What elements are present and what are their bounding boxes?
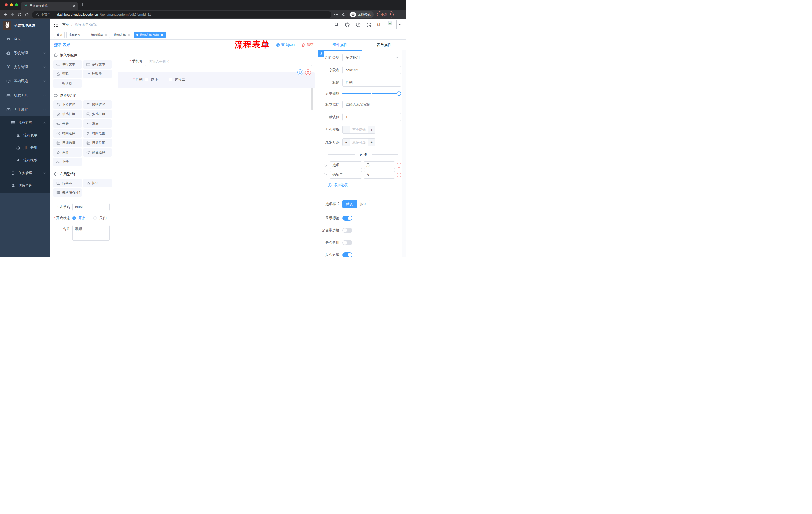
palette-item-color-picker[interactable]: 颜色选择 (83, 148, 112, 157)
palette-item-upload[interactable]: 上传 (53, 158, 82, 166)
tag-process-definition[interactable]: 流程定义 (66, 32, 87, 38)
palette-item-row-container[interactable]: 行容器 (53, 179, 82, 187)
palette-item-counter[interactable]: 123 计数器 (83, 70, 112, 78)
user-avatar[interactable] (387, 20, 401, 29)
address-bar[interactable]: 不安全 dashboard.yudao.iocoder.cn/bpm/manag… (32, 11, 331, 18)
form-name-input[interactable] (72, 203, 110, 211)
palette-item-cascader[interactable]: 级联选择 (83, 100, 112, 109)
style-button-button[interactable]: 按钮 (356, 200, 370, 208)
tag-close-icon[interactable] (82, 34, 85, 36)
field-name-input[interactable] (343, 66, 401, 74)
stepper-decrease-button[interactable]: − (343, 126, 350, 133)
font-size-icon[interactable]: tT (377, 22, 381, 27)
show-label-toggle[interactable] (343, 216, 352, 220)
palette-item-rate[interactable]: 评分 (53, 148, 82, 157)
tag-close-icon[interactable] (105, 34, 108, 36)
breadcrumb-home[interactable]: 首页 (62, 22, 69, 27)
style-default-button[interactable]: 默认 (343, 200, 356, 208)
slider-handle[interactable] (397, 91, 401, 96)
phone-input[interactable] (145, 57, 312, 66)
duplicate-field-button[interactable] (297, 70, 303, 75)
sidebar-item-payment[interactable]: ¥ 支付管理 (0, 60, 50, 74)
palette-item-button[interactable]: 按钮 (83, 179, 112, 187)
tag-home[interactable]: 首页 (54, 32, 64, 38)
sidebar-item-infrastructure[interactable]: 基础设施 (0, 74, 50, 88)
form-grid-slider[interactable] (343, 91, 401, 96)
palette-item-table[interactable]: 表格[开发中] (53, 188, 82, 197)
palette-item-select[interactable]: 下拉选择 (53, 100, 82, 109)
drag-handle-icon[interactable] (324, 173, 328, 177)
max-select-input[interactable] (350, 139, 368, 146)
remove-option-button[interactable] (397, 172, 402, 177)
stepper-decrease-button[interactable]: − (343, 139, 350, 146)
sidebar-item-home[interactable]: 首页 (0, 32, 50, 46)
kebab-menu-icon[interactable] (390, 12, 391, 17)
sidebar-fold-icon[interactable] (54, 23, 59, 27)
tab-close-icon[interactable] (73, 4, 76, 7)
home-icon[interactable] (25, 12, 29, 17)
gender-option-2[interactable]: 选项二 (169, 77, 185, 82)
delete-field-button[interactable] (305, 70, 311, 75)
sidebar-item-process-management[interactable]: 流程管理 (0, 116, 50, 129)
password-key-icon[interactable] (334, 12, 338, 17)
palette-item-slider[interactable]: 滑块 (83, 119, 112, 128)
add-option-button[interactable]: 添加选项 (328, 182, 401, 188)
option-value-input[interactable] (364, 171, 395, 179)
palette-item-time-range[interactable]: 时间范围 (83, 129, 112, 138)
back-icon[interactable] (3, 12, 7, 17)
window-close-button[interactable] (4, 3, 7, 6)
sidebar-item-system[interactable]: 系统管理 (0, 46, 50, 60)
scrollbar-thumb[interactable] (311, 87, 313, 110)
sidebar-item-leave-query[interactable]: 请假查询 (0, 179, 50, 192)
tag-close-icon[interactable] (161, 34, 163, 36)
fullscreen-icon[interactable] (367, 22, 371, 27)
tag-process-model[interactable]: 流程模型 (89, 32, 110, 38)
gender-option-1[interactable]: 选项一 (145, 77, 161, 82)
palette-item-checkbox-group[interactable]: 多选框组 (83, 110, 112, 118)
radio-on-label[interactable]: 开启 (78, 216, 85, 220)
clear-button[interactable]: 清空 (302, 43, 314, 47)
canvas-field-gender-selected[interactable]: 性别 选项一 选项二 (118, 73, 315, 88)
stepper-increase-button[interactable]: + (368, 126, 375, 133)
option-value-input[interactable] (364, 161, 395, 169)
update-button[interactable]: 更新 (377, 11, 394, 18)
sidebar-item-process-form[interactable]: 流程表单 (0, 129, 50, 141)
label-width-input[interactable] (343, 101, 401, 108)
form-remark-textarea[interactable]: 嘿嘿 (72, 225, 110, 241)
palette-item-single-line-text[interactable]: 单行文本 (53, 60, 82, 69)
default-value-input[interactable] (343, 113, 401, 121)
disabled-toggle[interactable] (343, 240, 352, 245)
help-icon[interactable] (356, 22, 360, 27)
palette-item-time-picker[interactable]: 时间选择 (53, 129, 82, 138)
tag-process-form-edit-active[interactable]: 流程表单-编辑 (134, 32, 166, 38)
palette-item-switch[interactable]: 开关 (53, 119, 82, 128)
option-name-input[interactable] (330, 161, 362, 169)
new-tab-button[interactable] (81, 3, 84, 6)
min-select-input[interactable] (350, 126, 368, 133)
tab-component-props[interactable]: 组件属性 (318, 40, 362, 50)
palette-item-date-picker[interactable]: 日期选择 (53, 139, 82, 147)
window-zoom-button[interactable] (15, 3, 18, 6)
component-type-select[interactable]: 多选框组 (343, 54, 401, 61)
palette-item-radio-group[interactable]: 单选框组 (53, 110, 82, 118)
sidebar-item-dev-tools[interactable]: 研发工具 (0, 88, 50, 102)
palette-item-editor[interactable]: 编辑器 (53, 79, 82, 88)
option-name-input[interactable] (330, 171, 362, 179)
canvas-field-phone[interactable]: 手机号 (118, 57, 312, 66)
remove-option-button[interactable] (397, 163, 402, 168)
radio-status-off[interactable] (93, 216, 97, 220)
bookmark-star-icon[interactable] (342, 12, 346, 17)
tag-process-form[interactable]: 流程表单 (112, 32, 133, 38)
view-json-button[interactable]: 查看json (276, 43, 295, 47)
radio-status-on[interactable] (72, 216, 76, 220)
window-minimize-button[interactable] (10, 3, 13, 6)
sidebar-item-workflow[interactable]: 工作流程 (0, 102, 50, 116)
sidebar-item-task-management[interactable]: 任务管理 (0, 167, 50, 179)
browser-tab[interactable]: 芋道管理系统 (21, 2, 78, 10)
sidebar-logo[interactable]: 芋道管理系统 (0, 19, 50, 32)
forward-icon[interactable] (10, 12, 14, 17)
palette-item-date-range[interactable]: 日期范围 (83, 139, 112, 147)
sidebar-item-process-model[interactable]: 流程模型 (0, 154, 50, 167)
search-icon[interactable] (335, 22, 339, 27)
palette-item-multi-line-text[interactable]: 多行文本 (83, 60, 112, 69)
